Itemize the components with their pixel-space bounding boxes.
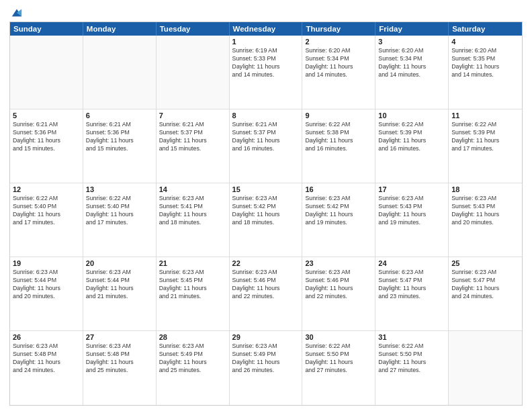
- weekday-header: Tuesday: [157, 22, 230, 36]
- calendar-cell: 26Sunrise: 6:23 AM Sunset: 5:48 PM Dayli…: [10, 331, 83, 405]
- cell-info: Sunrise: 6:22 AM Sunset: 5:40 PM Dayligh…: [86, 195, 153, 227]
- cell-day-number: 26: [13, 333, 80, 341]
- cell-day-number: 20: [86, 259, 153, 267]
- cell-info: Sunrise: 6:21 AM Sunset: 5:37 PM Dayligh…: [159, 121, 226, 153]
- calendar-cell: 16Sunrise: 6:23 AM Sunset: 5:42 PM Dayli…: [302, 183, 375, 257]
- cell-info: Sunrise: 6:23 AM Sunset: 5:44 PM Dayligh…: [86, 269, 153, 301]
- calendar-body: 1Sunrise: 6:19 AM Sunset: 5:33 PM Daylig…: [10, 36, 522, 405]
- calendar-cell: 19Sunrise: 6:23 AM Sunset: 5:44 PM Dayli…: [10, 257, 83, 330]
- cell-info: Sunrise: 6:23 AM Sunset: 5:47 PM Dayligh…: [378, 269, 445, 301]
- weekday-header: Sunday: [10, 22, 83, 36]
- cell-info: Sunrise: 6:22 AM Sunset: 5:39 PM Dayligh…: [451, 121, 519, 153]
- cell-info: Sunrise: 6:23 AM Sunset: 5:44 PM Dayligh…: [13, 269, 80, 301]
- cell-day-number: 8: [232, 111, 300, 120]
- cell-day-number: 30: [305, 333, 372, 341]
- cell-day-number: 21: [159, 259, 226, 267]
- cell-info: Sunrise: 6:23 AM Sunset: 5:41 PM Dayligh…: [159, 195, 226, 227]
- calendar-cell: 14Sunrise: 6:23 AM Sunset: 5:41 PM Dayli…: [157, 183, 230, 257]
- cell-info: Sunrise: 6:22 AM Sunset: 5:39 PM Dayligh…: [378, 121, 445, 153]
- cell-info: Sunrise: 6:20 AM Sunset: 5:35 PM Dayligh…: [451, 47, 519, 79]
- calendar-cell: 12Sunrise: 6:22 AM Sunset: 5:40 PM Dayli…: [10, 183, 83, 257]
- cell-info: Sunrise: 6:22 AM Sunset: 5:40 PM Dayligh…: [13, 195, 80, 227]
- cell-day-number: 22: [232, 259, 300, 267]
- cell-day-number: 12: [13, 185, 80, 193]
- cell-day-number: 1: [232, 38, 300, 46]
- calendar-cell: 18Sunrise: 6:23 AM Sunset: 5:43 PM Dayli…: [449, 183, 522, 257]
- calendar-cell: 23Sunrise: 6:23 AM Sunset: 5:46 PM Dayli…: [302, 257, 375, 330]
- cell-day-number: 9: [305, 111, 372, 120]
- cell-info: Sunrise: 6:23 AM Sunset: 5:49 PM Dayligh…: [159, 342, 226, 375]
- cell-day-number: 6: [86, 111, 153, 120]
- calendar-cell: 9Sunrise: 6:22 AM Sunset: 5:38 PM Daylig…: [302, 109, 375, 183]
- calendar-row: 12Sunrise: 6:22 AM Sunset: 5:40 PM Dayli…: [10, 183, 522, 257]
- cell-info: Sunrise: 6:23 AM Sunset: 5:45 PM Dayligh…: [159, 269, 226, 301]
- logo: [9, 7, 23, 16]
- calendar-cell: 21Sunrise: 6:23 AM Sunset: 5:45 PM Dayli…: [157, 257, 230, 330]
- calendar-cell: 7Sunrise: 6:21 AM Sunset: 5:37 PM Daylig…: [157, 109, 230, 183]
- cell-day-number: 28: [159, 333, 226, 341]
- cell-info: Sunrise: 6:23 AM Sunset: 5:47 PM Dayligh…: [451, 269, 519, 301]
- cell-info: Sunrise: 6:23 AM Sunset: 5:49 PM Dayligh…: [232, 342, 300, 375]
- calendar: SundayMondayTuesdayWednesdayThursdayFrid…: [9, 21, 523, 406]
- calendar-cell: 10Sunrise: 6:22 AM Sunset: 5:39 PM Dayli…: [375, 109, 449, 183]
- cell-info: Sunrise: 6:23 AM Sunset: 5:43 PM Dayligh…: [451, 195, 519, 227]
- calendar-cell: 30Sunrise: 6:22 AM Sunset: 5:50 PM Dayli…: [302, 331, 375, 405]
- cell-info: Sunrise: 6:21 AM Sunset: 5:37 PM Dayligh…: [232, 121, 300, 153]
- weekday-header: Wednesday: [230, 22, 303, 36]
- cell-day-number: 27: [86, 333, 153, 341]
- cell-day-number: 15: [232, 185, 300, 193]
- cell-info: Sunrise: 6:21 AM Sunset: 5:36 PM Dayligh…: [13, 121, 80, 153]
- cell-day-number: 23: [305, 259, 372, 267]
- calendar-cell: 25Sunrise: 6:23 AM Sunset: 5:47 PM Dayli…: [449, 257, 522, 330]
- calendar-cell: [157, 36, 230, 109]
- calendar-cell: 27Sunrise: 6:23 AM Sunset: 5:48 PM Dayli…: [83, 331, 157, 405]
- cell-day-number: 25: [451, 259, 519, 267]
- cell-day-number: 11: [451, 111, 519, 120]
- cell-day-number: 19: [13, 259, 80, 267]
- cell-info: Sunrise: 6:21 AM Sunset: 5:36 PM Dayligh…: [86, 121, 153, 153]
- weekday-header: Saturday: [449, 22, 522, 36]
- calendar-cell: 4Sunrise: 6:20 AM Sunset: 5:35 PM Daylig…: [449, 36, 522, 109]
- calendar-cell: 20Sunrise: 6:23 AM Sunset: 5:44 PM Dayli…: [83, 257, 157, 330]
- calendar-cell: 24Sunrise: 6:23 AM Sunset: 5:47 PM Dayli…: [375, 257, 449, 330]
- header: [9, 7, 523, 16]
- cell-info: Sunrise: 6:23 AM Sunset: 5:43 PM Dayligh…: [378, 195, 445, 227]
- calendar-header: SundayMondayTuesdayWednesdayThursdayFrid…: [10, 22, 522, 36]
- cell-info: Sunrise: 6:23 AM Sunset: 5:48 PM Dayligh…: [86, 342, 153, 375]
- calendar-cell: 31Sunrise: 6:22 AM Sunset: 5:50 PM Dayli…: [375, 331, 449, 405]
- calendar-cell: 6Sunrise: 6:21 AM Sunset: 5:36 PM Daylig…: [83, 109, 157, 183]
- cell-info: Sunrise: 6:20 AM Sunset: 5:34 PM Dayligh…: [378, 47, 445, 79]
- cell-info: Sunrise: 6:22 AM Sunset: 5:50 PM Dayligh…: [305, 342, 372, 375]
- page: SundayMondayTuesdayWednesdayThursdayFrid…: [0, 0, 532, 411]
- cell-day-number: 29: [232, 333, 300, 341]
- calendar-cell: 17Sunrise: 6:23 AM Sunset: 5:43 PM Dayli…: [375, 183, 449, 257]
- weekday-header: Thursday: [302, 22, 375, 36]
- weekday-header: Friday: [375, 22, 449, 36]
- calendar-row: 5Sunrise: 6:21 AM Sunset: 5:36 PM Daylig…: [10, 109, 522, 183]
- calendar-cell: 3Sunrise: 6:20 AM Sunset: 5:34 PM Daylig…: [375, 36, 449, 109]
- calendar-cell: 22Sunrise: 6:23 AM Sunset: 5:46 PM Dayli…: [230, 257, 303, 330]
- cell-day-number: 7: [159, 111, 226, 120]
- calendar-cell: 8Sunrise: 6:21 AM Sunset: 5:37 PM Daylig…: [230, 109, 303, 183]
- cell-day-number: 17: [378, 185, 445, 193]
- cell-day-number: 24: [378, 259, 445, 267]
- calendar-cell: 29Sunrise: 6:23 AM Sunset: 5:49 PM Dayli…: [230, 331, 303, 405]
- logo-icon: [11, 7, 23, 19]
- calendar-cell: 28Sunrise: 6:23 AM Sunset: 5:49 PM Dayli…: [157, 331, 230, 405]
- calendar-cell: 13Sunrise: 6:22 AM Sunset: 5:40 PM Dayli…: [83, 183, 157, 257]
- calendar-cell: [10, 36, 83, 109]
- calendar-cell: [83, 36, 157, 109]
- cell-day-number: 14: [159, 185, 226, 193]
- cell-info: Sunrise: 6:23 AM Sunset: 5:48 PM Dayligh…: [13, 342, 80, 375]
- calendar-cell: 11Sunrise: 6:22 AM Sunset: 5:39 PM Dayli…: [449, 109, 522, 183]
- calendar-row: 1Sunrise: 6:19 AM Sunset: 5:33 PM Daylig…: [10, 36, 522, 109]
- cell-day-number: 3: [378, 38, 445, 46]
- cell-info: Sunrise: 6:22 AM Sunset: 5:38 PM Dayligh…: [305, 121, 372, 153]
- cell-info: Sunrise: 6:19 AM Sunset: 5:33 PM Dayligh…: [232, 47, 300, 79]
- cell-info: Sunrise: 6:23 AM Sunset: 5:46 PM Dayligh…: [305, 269, 372, 301]
- cell-day-number: 13: [86, 185, 153, 193]
- cell-info: Sunrise: 6:23 AM Sunset: 5:46 PM Dayligh…: [232, 269, 300, 301]
- cell-day-number: 2: [305, 38, 372, 46]
- calendar-row: 26Sunrise: 6:23 AM Sunset: 5:48 PM Dayli…: [10, 331, 522, 405]
- cell-info: Sunrise: 6:23 AM Sunset: 5:42 PM Dayligh…: [305, 195, 372, 227]
